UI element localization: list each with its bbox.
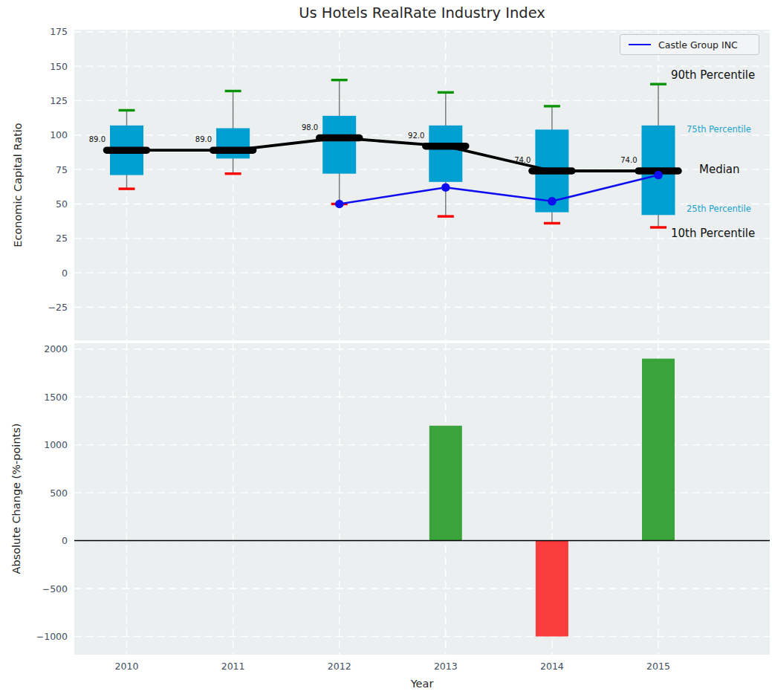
x-tick-label: 2014 [540, 661, 564, 672]
annotation-75th-percentile: 75th Percentile [687, 124, 751, 135]
y-tick-label: 50 [56, 198, 68, 210]
chart-title: Us Hotels RealRate Industry Index [74, 4, 770, 22]
x-tick-label: 2013 [434, 661, 458, 672]
median-value-label: 98.0 [302, 123, 318, 132]
y-tick-label: −1000 [36, 631, 68, 642]
y-tick-label: 175 [50, 26, 68, 37]
figure: 1751501251007550250−252000150010005000−5… [0, 0, 772, 700]
x-tick-label: 2010 [115, 661, 139, 672]
legend-label: Castle Group INC [658, 39, 738, 51]
median-value-label: 74.0 [514, 156, 531, 164]
y-tick-label: 500 [50, 487, 68, 499]
y-tick-label: 2000 [44, 343, 68, 354]
annotation-10th-percentile: 10th Percentile [671, 227, 755, 240]
y-tick-label: 0 [62, 535, 68, 546]
y-axis-label-top: Economic Capital Ratio [12, 123, 24, 247]
y-tick-label: 0 [62, 268, 68, 279]
company-point [441, 183, 450, 192]
y-tick-label: 1000 [44, 439, 68, 450]
annotation-90th-percentile: 90th Percentile [671, 68, 755, 82]
median-value-label: 92.0 [408, 132, 424, 140]
y-tick-label: 100 [50, 129, 68, 140]
median-value-label: 89.0 [89, 135, 106, 143]
legend-line-sample [629, 44, 651, 46]
bar-positive [429, 426, 462, 541]
annotation-median: Median [699, 163, 740, 176]
y-tick-label: 75 [56, 164, 68, 175]
bar-positive [642, 359, 675, 541]
box-rect [322, 116, 356, 174]
median-value-label: 74.0 [620, 156, 637, 164]
y-tick-label: −25 [48, 302, 68, 313]
annotation-25th-percentile: 25th Percentile [687, 204, 751, 214]
y-tick-label: 25 [56, 233, 68, 244]
y-tick-label: 150 [50, 61, 68, 72]
box-rect [429, 126, 462, 182]
box-rect [216, 129, 250, 159]
median-value-label: 89.0 [195, 135, 212, 143]
y-tick-label: 1500 [44, 392, 68, 403]
company-point [548, 197, 557, 206]
x-tick-label: 2011 [221, 661, 245, 672]
company-point [654, 171, 663, 180]
bar-negative [536, 541, 568, 637]
x-axis-label: Year [74, 678, 770, 690]
y-axis-label-bottom: Absolute Change (%-points) [10, 424, 22, 574]
chart-canvas: 1751501251007550250−252000150010005000−5… [0, 0, 772, 700]
company-point [335, 200, 344, 209]
y-tick-label: −500 [42, 583, 68, 594]
x-tick-label: 2012 [328, 661, 351, 672]
x-tick-label: 2015 [646, 661, 670, 672]
legend: Castle Group INC [620, 34, 759, 55]
y-tick-label: 125 [50, 95, 68, 106]
